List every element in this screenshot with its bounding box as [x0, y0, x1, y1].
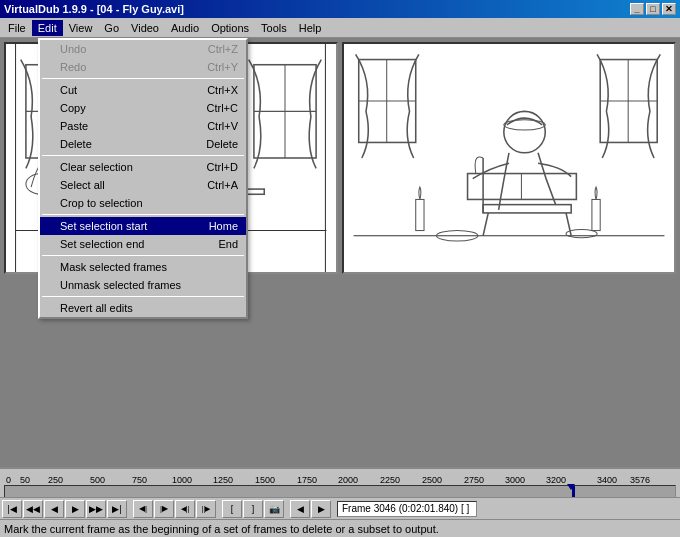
zoom-in-button[interactable]: ▶	[311, 500, 331, 518]
frame-display: Frame 3046 (0:02:01.840) [ ]	[337, 501, 477, 517]
minimize-button[interactable]: _	[630, 3, 644, 15]
tick-1250: 1250	[213, 475, 233, 485]
tick-3000: 3000	[505, 475, 525, 485]
menu-mask-frames[interactable]: Mask selected frames	[40, 258, 246, 276]
prev-scene-button[interactable]: ◀||	[175, 500, 195, 518]
right-video-panel	[342, 42, 676, 274]
window-title: VirtualDub 1.9.9 - [04 - Fly Guy.avi]	[4, 3, 184, 15]
select-all-label: Select all	[60, 179, 105, 191]
menu-delete[interactable]: Delete Delete	[40, 135, 246, 153]
menu-redo[interactable]: Redo Ctrl+Y	[40, 58, 246, 76]
tick-250: 250	[48, 475, 63, 485]
separator-2	[217, 500, 221, 518]
tick-3200: 3200	[546, 475, 566, 485]
goto-end-button[interactable]: ▶|	[107, 500, 127, 518]
menu-view[interactable]: View	[63, 20, 99, 36]
paste-label: Paste	[60, 120, 88, 132]
next-key-button[interactable]: ▶▶	[86, 500, 106, 518]
menu-unmask-frames[interactable]: Unmask selected frames	[40, 276, 246, 294]
next-scene-button[interactable]: ||▶	[196, 500, 216, 518]
menu-options[interactable]: Options	[205, 20, 255, 36]
goto-start-button[interactable]: |◀	[2, 500, 22, 518]
menu-copy[interactable]: Copy Ctrl+C	[40, 99, 246, 117]
timeline-cursor	[567, 484, 575, 490]
delete-shortcut: Delete	[206, 138, 238, 150]
title-bar-buttons: _ □ ✕	[630, 3, 676, 15]
tick-1750: 1750	[297, 475, 317, 485]
menu-audio[interactable]: Audio	[165, 20, 205, 36]
prev-frame-button[interactable]: ◀	[44, 500, 64, 518]
menu-tools[interactable]: Tools	[255, 20, 293, 36]
set-sel-start-shortcut: Home	[209, 220, 238, 232]
edit-dropdown-menu: Undo Ctrl+Z Redo Ctrl+Y Cut Ctrl+X Copy …	[38, 38, 248, 319]
sep4	[42, 255, 244, 256]
status-text: Mark the current frame as the beginning …	[4, 523, 439, 535]
menu-clear-selection[interactable]: Clear selection Ctrl+D	[40, 158, 246, 176]
next-sel-button[interactable]: |▶	[154, 500, 174, 518]
mark-out-button[interactable]: ]	[243, 500, 263, 518]
delete-label: Delete	[60, 138, 92, 150]
maximize-button[interactable]: □	[646, 3, 660, 15]
sep1	[42, 78, 244, 79]
menu-revert[interactable]: Revert all edits	[40, 299, 246, 317]
close-button[interactable]: ✕	[662, 3, 676, 15]
sep2	[42, 155, 244, 156]
clear-selection-label: Clear selection	[60, 161, 133, 173]
tick-3576: 3576	[630, 475, 650, 485]
menu-undo[interactable]: Undo Ctrl+Z	[40, 40, 246, 58]
tick-3400: 3400	[597, 475, 617, 485]
tick-2250: 2250	[380, 475, 400, 485]
menu-select-all[interactable]: Select all Ctrl+A	[40, 176, 246, 194]
select-all-shortcut: Ctrl+A	[207, 179, 238, 191]
paste-shortcut: Ctrl+V	[207, 120, 238, 132]
next-frame-button[interactable]: ▶	[65, 500, 85, 518]
mask-label: Mask selected frames	[60, 261, 167, 273]
right-video-frame	[344, 44, 674, 272]
tick-1500: 1500	[255, 475, 275, 485]
menu-help[interactable]: Help	[293, 20, 328, 36]
mark-in-button[interactable]: [	[222, 500, 242, 518]
timeline-container: 0 50 250 500 750 1000 1250 1500 1750 200…	[0, 467, 680, 499]
prev-sel-button[interactable]: ◀|	[133, 500, 153, 518]
menu-set-selection-start[interactable]: Set selection start Home	[40, 217, 246, 235]
tick-1000: 1000	[172, 475, 192, 485]
crop-label: Crop to selection	[60, 197, 143, 209]
menu-go[interactable]: Go	[98, 20, 125, 36]
title-bar: VirtualDub 1.9.9 - [04 - Fly Guy.avi] _ …	[0, 0, 680, 18]
menu-file[interactable]: File	[2, 20, 32, 36]
menu-set-selection-end[interactable]: Set selection end End	[40, 235, 246, 253]
menu-bar: File Edit View Go Video Audio Options To…	[0, 18, 680, 38]
copy-shortcut: Ctrl+C	[207, 102, 238, 114]
prev-key-button[interactable]: ◀◀	[23, 500, 43, 518]
status-bar: Mark the current frame as the beginning …	[0, 519, 680, 537]
copy-label: Copy	[60, 102, 86, 114]
clear-selection-shortcut: Ctrl+D	[207, 161, 238, 173]
zoom-out-button[interactable]: ◀	[290, 500, 310, 518]
menu-video[interactable]: Video	[125, 20, 165, 36]
sep5	[42, 296, 244, 297]
cut-label: Cut	[60, 84, 77, 96]
snapshot-button[interactable]: 📷	[264, 500, 284, 518]
tick-2750: 2750	[464, 475, 484, 485]
set-sel-start-label: Set selection start	[60, 220, 147, 232]
menu-crop-to-selection[interactable]: Crop to selection	[40, 194, 246, 212]
tick-2000: 2000	[338, 475, 358, 485]
tick-2500: 2500	[422, 475, 442, 485]
undo-label: Undo	[60, 43, 86, 55]
unmask-label: Unmask selected frames	[60, 279, 181, 291]
separator-4	[332, 500, 336, 518]
separator-3	[285, 500, 289, 518]
svg-rect-18	[354, 44, 665, 272]
tick-500: 500	[90, 475, 105, 485]
menu-paste[interactable]: Paste Ctrl+V	[40, 117, 246, 135]
menu-cut[interactable]: Cut Ctrl+X	[40, 81, 246, 99]
redo-label: Redo	[60, 61, 86, 73]
redo-shortcut: Ctrl+Y	[207, 61, 238, 73]
set-sel-end-shortcut: End	[218, 238, 238, 250]
toolbar: |◀ ◀◀ ◀ ▶ ▶▶ ▶| ◀| |▶ ◀|| ||▶ [ ] 📷 ◀ ▶ …	[0, 497, 680, 519]
set-sel-end-label: Set selection end	[60, 238, 144, 250]
tick-50: 50	[20, 475, 30, 485]
timeline-ruler: 0 50 250 500 750 1000 1250 1500 1750 200…	[0, 469, 680, 485]
menu-edit[interactable]: Edit	[32, 20, 63, 36]
tick-750: 750	[132, 475, 147, 485]
